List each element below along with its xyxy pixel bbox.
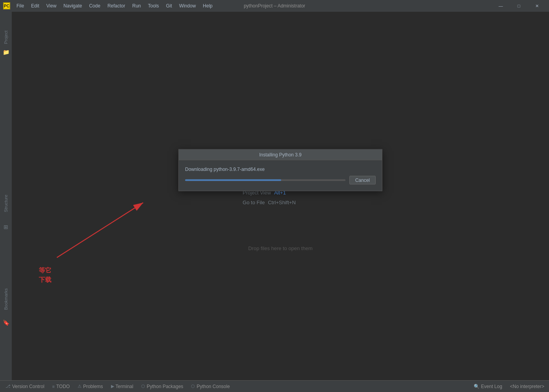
menu-edit[interactable]: Edit bbox=[28, 2, 42, 10]
problems-icon: ⚠ bbox=[78, 384, 82, 389]
menu-tools[interactable]: Tools bbox=[145, 2, 162, 10]
dialog-filename: Downloading python-3.9.7-amd64.exe bbox=[185, 167, 376, 172]
tab-python-console[interactable]: ⬡ Python Console bbox=[187, 381, 234, 392]
annotation-text: 等它 下载 bbox=[39, 266, 51, 285]
menu-code[interactable]: Code bbox=[86, 2, 104, 10]
sidebar-bookmarks-label[interactable]: Bookmarks bbox=[4, 285, 8, 313]
dialog-body: Downloading python-3.9.7-amd64.exe Cance… bbox=[179, 160, 382, 191]
progress-bar-container bbox=[185, 180, 345, 181]
progress-row: Cancel bbox=[185, 176, 376, 185]
python-packages-icon: ⬡ bbox=[141, 384, 145, 389]
tab-todo-label: TODO bbox=[56, 384, 69, 389]
tab-problems-label: Problems bbox=[83, 384, 103, 389]
menu-help[interactable]: Help bbox=[200, 2, 216, 10]
bottom-right: 🔍 Event Log <No interpreter> bbox=[471, 382, 547, 391]
sidebar-structure-label[interactable]: Structure bbox=[4, 191, 8, 215]
tab-terminal[interactable]: ▶ Terminal bbox=[107, 381, 137, 392]
sidebar-folder-icon[interactable]: 📁 bbox=[2, 48, 10, 56]
maximize-button[interactable]: □ bbox=[510, 0, 528, 12]
sidebar-structure-icon[interactable]: ⊞ bbox=[2, 223, 10, 231]
tab-version-control[interactable]: ⎇ Version Control bbox=[2, 381, 48, 392]
window-title: pythonProject – Administrator bbox=[244, 3, 305, 9]
menu-view[interactable]: View bbox=[43, 2, 60, 10]
terminal-icon: ▶ bbox=[111, 384, 114, 389]
tab-python-packages-label: Python Packages bbox=[147, 384, 183, 389]
svg-line-1 bbox=[57, 203, 143, 258]
python-console-icon: ⬡ bbox=[191, 384, 195, 389]
bottom-bar: ⎇ Version Control ≡ TODO ⚠ Problems ▶ Te… bbox=[0, 380, 549, 392]
close-button[interactable]: ✕ bbox=[528, 0, 546, 12]
menu-navigate[interactable]: Navigate bbox=[60, 2, 85, 10]
progress-bar-fill bbox=[185, 180, 281, 181]
tab-python-console-label: Python Console bbox=[196, 384, 230, 389]
tab-python-packages[interactable]: ⬡ Python Packages bbox=[137, 381, 187, 392]
window-controls: — □ ✕ bbox=[492, 0, 546, 12]
left-sidebar: Project 📁 Structure ⊞ Bookmarks 🔖 bbox=[0, 12, 12, 380]
menu-run[interactable]: Run bbox=[129, 2, 144, 10]
tab-problems[interactable]: ⚠ Problems bbox=[74, 381, 107, 392]
cancel-button[interactable]: Cancel bbox=[349, 176, 376, 185]
tab-version-control-label: Version Control bbox=[12, 384, 44, 389]
tab-terminal-label: Terminal bbox=[116, 384, 133, 389]
event-log-icon: 🔍 bbox=[474, 384, 480, 389]
main-layout: Project 📁 Structure ⊞ Bookmarks 🔖 Search… bbox=[0, 12, 549, 380]
hint-goto-label: Go to File bbox=[243, 200, 265, 205]
sidebar-project-label[interactable]: Project bbox=[4, 27, 8, 47]
version-control-icon: ⎇ bbox=[5, 384, 11, 389]
dialog-title: Installing Python 3.9 bbox=[179, 150, 382, 160]
app-logo: PC bbox=[3, 2, 10, 9]
hint-goto-shortcut: Ctrl+Shift+N bbox=[268, 200, 296, 205]
tab-todo[interactable]: ≡ TODO bbox=[48, 381, 74, 392]
drop-zone-text: Drop files here to open them bbox=[248, 245, 313, 251]
menu-refactor[interactable]: Refactor bbox=[104, 2, 128, 10]
event-log-button[interactable]: 🔍 Event Log bbox=[471, 382, 505, 391]
todo-icon: ≡ bbox=[52, 384, 55, 389]
menu-file[interactable]: File bbox=[13, 2, 27, 10]
no-interpreter-text: <No interpreter> bbox=[510, 384, 544, 389]
sidebar-bookmarks-icon[interactable]: 🔖 bbox=[2, 318, 10, 327]
menu-git[interactable]: Git bbox=[163, 2, 175, 10]
install-dialog: Installing Python 3.9 Downloading python… bbox=[178, 149, 382, 191]
interpreter-label[interactable]: <No interpreter> bbox=[507, 382, 547, 391]
hint-goto: Go to File Ctrl+Shift+N bbox=[243, 200, 318, 205]
event-log-label: Event Log bbox=[481, 384, 502, 389]
editor-area: Search Everywhere Double Shift Project V… bbox=[12, 12, 549, 380]
annotation-arrow bbox=[33, 179, 190, 277]
minimize-button[interactable]: — bbox=[492, 0, 510, 12]
menu-window[interactable]: Window bbox=[176, 2, 199, 10]
title-bar: PC File Edit View Navigate Code Refactor… bbox=[0, 0, 549, 12]
